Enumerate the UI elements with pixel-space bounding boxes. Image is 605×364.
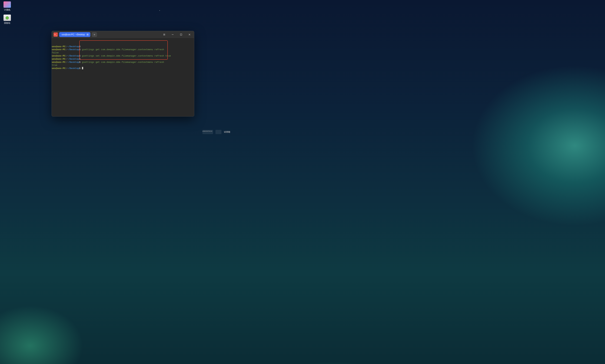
- terminal-tab[interactable]: uos@uos-PC: ~/Desktop ✕: [59, 32, 90, 37]
- terminal-cursor: [82, 67, 83, 69]
- desktop-icon-computer[interactable]: 计算机: [2, 1, 12, 12]
- watermark-logo-secondary: [216, 130, 221, 134]
- terminal-app-icon: >_: [53, 32, 58, 37]
- terminal-line: uos@uos-PC:~/Desktop$ gsettings get com.…: [52, 48, 193, 51]
- terminal-line: false: [52, 51, 193, 54]
- terminal-command: gsettings get com.deepin.dde.filemanager…: [82, 48, 164, 51]
- terminal-body[interactable]: uos@uos-PC:~/Desktop$ uos@uos-PC:~/Deskt…: [52, 38, 194, 116]
- titlebar[interactable]: >_ uos@uos-PC: ~/Desktop ✕ ＋: [52, 31, 194, 38]
- maximize-button[interactable]: [178, 31, 185, 38]
- trash-icon: [3, 14, 11, 21]
- desktop-icon-label: 回收站: [4, 22, 10, 25]
- terminal-output: true: [52, 64, 57, 66]
- terminal-output: false: [52, 52, 59, 54]
- desktop-icon-label: 计算机: [4, 8, 10, 12]
- hamburger-icon: [163, 33, 166, 36]
- new-tab-button[interactable]: ＋: [92, 32, 97, 37]
- minimize-button[interactable]: [169, 31, 176, 38]
- computer-icon: [3, 1, 11, 8]
- desktop-icons: 计算机 回收站: [2, 1, 12, 25]
- terminal-command: gsettings set com.deepin.dde.filemanager…: [82, 55, 171, 57]
- maximize-icon: [180, 33, 182, 36]
- tab-title: uos@uos-PC: ~/Desktop: [62, 33, 85, 36]
- watermark-logo: UNIONTECH: [203, 130, 213, 134]
- terminal-line: uos@uos-PC:~/Desktop$: [52, 67, 193, 70]
- close-icon: [188, 33, 191, 36]
- menu-button[interactable]: [161, 31, 168, 38]
- svg-rect-0: [180, 34, 182, 36]
- close-button[interactable]: [186, 31, 193, 38]
- watermark-brand: UNIONTECH: [202, 130, 212, 132]
- terminal-line: true: [52, 64, 193, 67]
- terminal-line: uos@uos-PC:~/Desktop$: [52, 58, 193, 61]
- tab-close-button[interactable]: ✕: [86, 33, 89, 36]
- watermark: UNIONTECH 试用期: [203, 130, 230, 134]
- terminal-window: >_ uos@uos-PC: ~/Desktop ✕ ＋ uos@uos-PC:…: [51, 31, 194, 117]
- minimize-icon: [171, 33, 174, 36]
- watermark-trial-label: 试用期: [224, 130, 230, 134]
- terminal-line: uos@uos-PC:~/Desktop$ gsettings get com.…: [52, 61, 193, 64]
- terminal-command: gsettings get com.deepin.dde.filemanager…: [82, 61, 164, 64]
- desktop-icon-trash[interactable]: 回收站: [2, 14, 12, 25]
- terminal-line: uos@uos-PC:~/Desktop$: [52, 45, 193, 48]
- terminal-line: uos@uos-PC:~/Desktop$ gsettings set com.…: [52, 54, 193, 58]
